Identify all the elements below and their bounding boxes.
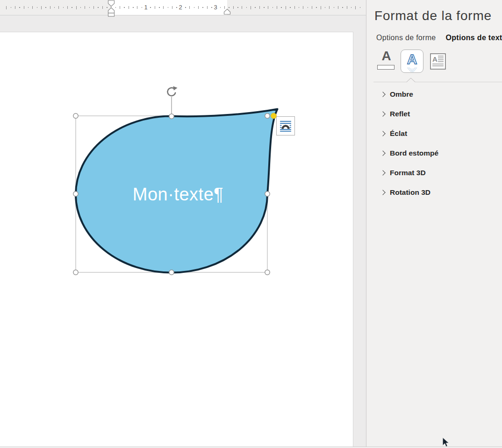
chevron-right-icon [380, 111, 385, 116]
tab-text-options[interactable]: Options de texte [446, 34, 502, 42]
effects-section-list: Ombre Reflet Éclat Bord estompé Format 3… [366, 85, 502, 202]
text-wrap-icon [279, 120, 292, 133]
selection-handle-mid-left[interactable] [73, 192, 78, 196]
chevron-right-icon [380, 150, 385, 156]
text-effects-button[interactable]: A A [401, 50, 423, 73]
section-label: Rotation 3D [390, 188, 430, 196]
textbox-icon: A [430, 53, 446, 70]
shape-text[interactable]: Mon·texte¶ [133, 185, 223, 204]
chevron-right-icon [380, 92, 385, 97]
selection-handle-top-right[interactable] [265, 114, 270, 118]
section-row-ombre[interactable]: Ombre [366, 85, 502, 104]
format-shape-pane: Format de la forme Options de formeOptio… [366, 0, 502, 447]
hanging-indent-marker[interactable] [108, 8, 115, 14]
section-label: Éclat [390, 129, 407, 137]
ruler-indent-markers [0, 0, 243, 18]
section-row-reflet[interactable]: Reflet [366, 104, 502, 124]
section-label: Ombre [390, 90, 413, 98]
adjustment-handle[interactable] [271, 113, 277, 119]
section-row-format-3d[interactable]: Format 3D [366, 163, 502, 183]
text-fill-outline-button[interactable]: A [376, 49, 397, 71]
svg-text:A: A [432, 55, 437, 63]
selection-handle-bottom-right[interactable] [265, 270, 270, 275]
chevron-right-icon [380, 170, 385, 175]
textbox-layout-button[interactable]: A [430, 53, 446, 70]
chevron-right-icon [380, 131, 385, 136]
section-label: Format 3D [390, 169, 426, 177]
chevron-right-icon [380, 190, 385, 195]
selection-handle-bottom-center[interactable] [169, 270, 174, 275]
right-indent-marker[interactable] [224, 9, 230, 14]
first-line-indent-marker[interactable] [108, 0, 115, 7]
selected-tool-caret [406, 78, 416, 82]
section-row-eclat[interactable]: Éclat [366, 124, 502, 143]
selection-handle-bottom-left[interactable] [73, 270, 78, 275]
text-effects-reflection: A [401, 69, 423, 71]
pane-tabs: Options de formeOptions de texte [376, 34, 502, 42]
text-fill-icon: A [376, 49, 397, 64]
selection-handle-top-center[interactable] [169, 114, 174, 119]
layout-options-button[interactable] [276, 116, 295, 135]
section-label: Bord estompé [390, 149, 438, 157]
word-app-window: 1 2 3 Mon·texte¶ [0, 0, 502, 448]
selection-handle-top-left[interactable] [73, 114, 78, 118]
selection-handle-mid-right[interactable] [265, 192, 270, 196]
section-row-rotation-3d[interactable]: Rotation 3D [366, 183, 502, 202]
left-indent-marker[interactable] [108, 13, 115, 16]
text-effects-icon: A [401, 51, 423, 67]
section-row-bord-estompe[interactable]: Bord estompé [366, 143, 502, 163]
text-fill-bar [377, 65, 394, 70]
pane-divider [373, 82, 502, 82]
section-label: Reflet [390, 110, 410, 118]
tab-shape-options[interactable]: Options de forme [376, 34, 436, 42]
pane-title: Format de la forme [374, 8, 492, 23]
